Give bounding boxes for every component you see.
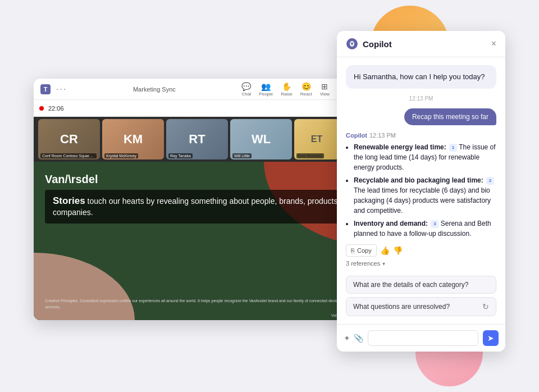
response-detail-2: The lead times for recyclable (6 days) a… [354, 186, 491, 215]
copilot-response-name: Copilot [346, 132, 367, 139]
copilot-panel-title: Copilot [363, 39, 487, 49]
copilot-close-button[interactable]: × [491, 39, 496, 48]
presentation-logo: Van/\rsdel [45, 173, 98, 186]
copy-icon: ⎘ [351, 247, 355, 254]
suggestion-chip-2[interactable]: What questions are unresolved? ↻ [346, 297, 496, 316]
copilot-response: Copilot 12:13 PM Renewable energy lead t… [346, 132, 496, 267]
suggestions-area: What are the details of each category? W… [346, 276, 496, 316]
references-row[interactable]: 3 references ▾ [346, 260, 496, 267]
response-topic-3: Inventory and demand: [354, 220, 428, 227]
participant-thumb-4[interactable]: WL Will Little [230, 119, 292, 159]
presentation-headline-rest: touch our hearts by revealing something … [53, 197, 355, 217]
presentation-bold-word: Stories [53, 195, 85, 206]
toolbar-react[interactable]: 😊 React [300, 82, 312, 97]
teams-window: T ··· Marketing Sync 💬 Chat 👥 People ✋ R… [34, 79, 376, 320]
copilot-response-content: Renewable energy lead time: 1 The issue … [346, 142, 496, 239]
thumbs-up-icon[interactable]: 👍 [380, 246, 390, 255]
participant-name-3: Ray Tanaka [168, 153, 193, 158]
recording-indicator [39, 106, 44, 111]
copilot-body: Hi Samantha, how can I help you today? 1… [337, 57, 505, 324]
participant-name-2: Krystal McKinney [104, 153, 138, 158]
copilot-response-header: Copilot 12:13 PM [346, 132, 496, 139]
greeting-text: Hi Samantha, how can I help you today? [354, 72, 485, 81]
toolbar-react-label: React [300, 92, 312, 97]
participant-thumb-3[interactable]: RT Ray Tanaka [166, 119, 228, 159]
send-icon: ➤ [487, 334, 494, 343]
copy-button[interactable]: ⎘ Copy [346, 244, 377, 257]
view-icon: ⊞ [321, 82, 328, 91]
send-button[interactable]: ➤ [483, 330, 499, 346]
people-icon: 👥 [261, 82, 271, 91]
response-item-1: Renewable energy lead time: 1 The issue … [354, 142, 496, 172]
copilot-panel: Copilot × Hi Samantha, how can I help yo… [337, 31, 505, 352]
references-label: 3 references [346, 260, 380, 267]
participants-row: CR Conf Room Contoso Square 1234... KM K… [34, 117, 376, 162]
copilot-text-input[interactable] [368, 330, 478, 346]
response-topic-2: Recyclable and bio packaging lead time: [354, 176, 483, 184]
response-item-2: Recyclable and bio packaging lead time: … [354, 175, 496, 216]
suggestion-text-1: What are the details of each category? [353, 281, 468, 289]
chat-icon: 💬 [241, 82, 251, 91]
response-topic-1: Renewable energy lead time: [354, 143, 446, 151]
teams-t-icon: T [40, 84, 51, 94]
toolbar-chat-label: Chat [241, 92, 251, 97]
toolbar-raise[interactable]: ✋ Raise [281, 82, 292, 97]
teams-logo-icon: T [40, 84, 51, 94]
user-message-bubble: Recap this meeting so far [404, 108, 496, 125]
response-ref-2: 2 [486, 177, 494, 185]
sparkle-icon[interactable]: ✦ [344, 334, 350, 343]
greeting-bubble: Hi Samantha, how can I help you today? [346, 65, 496, 89]
attachment-icon[interactable]: 📎 [354, 334, 363, 343]
participant-initials-et: ET [311, 134, 322, 144]
react-icon: 😊 [302, 82, 311, 91]
copilot-response-time: 12:13 PM [369, 132, 396, 139]
response-timestamp: 12:13 PM [346, 95, 496, 102]
meeting-timer: 22:06 [48, 105, 64, 112]
copy-label: Copy [357, 247, 372, 254]
toolbar-people-label: People [259, 92, 273, 97]
toolbar-chat[interactable]: 💬 Chat [241, 82, 251, 97]
participant-name-et: Eva Terrazas [296, 153, 324, 158]
toolbar-view-label: View [320, 92, 330, 97]
response-ref-1: 1 [449, 144, 457, 152]
thumbs-down-icon[interactable]: 👎 [393, 246, 403, 255]
participant-avatar-et[interactable]: ET Eva Terrazas [294, 119, 339, 159]
suggestion-text-2: What questions are unresolved? [353, 303, 450, 311]
toolbar-raise-label: Raise [281, 92, 292, 97]
presentation-small-text: Creative Principles. Consistent expressi… [45, 298, 365, 310]
response-ref-3: 3 [431, 220, 438, 228]
response-item-3: Inventory and demand: 3 Serena and Beth … [354, 218, 496, 239]
refresh-icon[interactable]: ↻ [482, 302, 489, 311]
user-message-text: Recap this meeting so far [412, 113, 488, 121]
teams-timerbar: 22:06 [34, 100, 376, 117]
copilot-input-area: ✦ 📎 ➤ [337, 324, 505, 352]
presentation-area: Van/\rsdel Stories touch our hearts by r… [34, 162, 376, 320]
copilot-header: Copilot × [337, 31, 505, 57]
copy-feedback-row: ⎘ Copy 👍 👎 [346, 244, 496, 257]
teams-meeting-title: Marketing Sync [72, 86, 236, 93]
chevron-down-icon: ▾ [382, 261, 385, 267]
suggestion-chip-1[interactable]: What are the details of each category? [346, 276, 496, 294]
presentation-headline: Stories touch our hearts by revealing so… [45, 190, 365, 224]
toolbar-people[interactable]: 👥 People [259, 82, 273, 97]
copilot-logo-icon [346, 38, 358, 50]
toolbar-view[interactable]: ⊞ View [320, 82, 330, 97]
teams-titlebar: T ··· Marketing Sync 💬 Chat 👥 People ✋ R… [34, 79, 376, 100]
participant-name-4: Will Little [232, 153, 252, 158]
participant-name-1: Conf Room Contoso Square 1234... [40, 153, 97, 158]
participant-thumb-1[interactable]: CR Conf Room Contoso Square 1234... [38, 119, 100, 159]
input-icons-left: ✦ 📎 [344, 334, 363, 343]
raise-icon: ✋ [282, 82, 291, 91]
participant-thumb-2[interactable]: KM Krystal McKinney [102, 119, 164, 159]
teams-window-dots: ··· [56, 84, 67, 94]
